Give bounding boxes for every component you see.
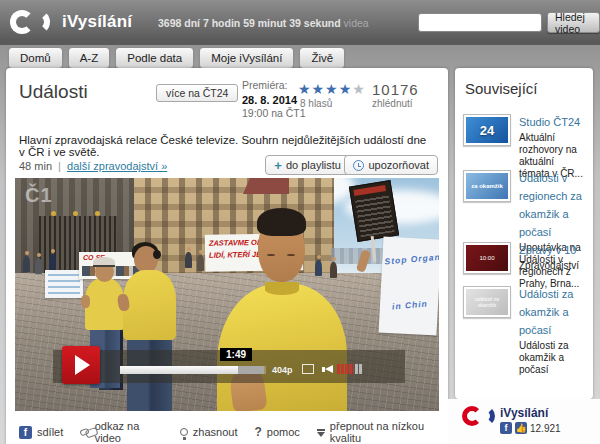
thumbnail-text: 10:00 bbox=[466, 245, 508, 271]
site-logo[interactable]: iVysílání bbox=[62, 12, 132, 32]
thumbnail[interactable]: 10:00 bbox=[463, 242, 511, 274]
video-stats: 3698 dní 7 hodin 59 minut 39 sekund vide… bbox=[158, 17, 369, 29]
background-person bbox=[23, 256, 30, 272]
practitioner-main-collar bbox=[265, 282, 299, 295]
fullscreen-icon[interactable] bbox=[302, 364, 314, 374]
separator: | bbox=[58, 160, 61, 172]
notify-button[interactable]: upozorňovat bbox=[344, 155, 438, 175]
play-button[interactable] bbox=[62, 346, 100, 384]
premiere-date: 28. 8. 2014 bbox=[242, 94, 297, 106]
views-count: 10176 bbox=[372, 81, 419, 98]
lights-off-label: zhasnout bbox=[193, 426, 238, 438]
thumbnail-text: události za okamžik bbox=[466, 289, 508, 315]
main-nav: Domů A-Z Podle data Moje iVysílání Živě bbox=[8, 47, 345, 69]
low-quality-button[interactable]: přepnout na nízkou kvalitu bbox=[317, 420, 448, 444]
related-title[interactable]: Události za okamžik a počasí bbox=[519, 288, 573, 336]
protest-banner-right: Stop Organ in Chin bbox=[379, 237, 439, 336]
more-news-link[interactable]: další zpravodajství » bbox=[67, 160, 167, 172]
help-label: pomoc bbox=[267, 426, 300, 438]
video-link-button[interactable]: odkaz na video bbox=[80, 420, 163, 444]
tab-az[interactable]: A-Z bbox=[68, 47, 111, 69]
progress-fill bbox=[120, 366, 238, 374]
sidebar-title: Související bbox=[465, 80, 538, 97]
video-link-label: odkaz na video bbox=[95, 420, 163, 444]
protest-banner-left bbox=[45, 270, 83, 298]
thumbnail[interactable]: události za okamžik bbox=[463, 286, 511, 318]
related-sidebar: Související 24 Studio ČT24 Aktuální rozh… bbox=[455, 68, 593, 399]
tab-zive[interactable]: Živě bbox=[299, 47, 345, 69]
related-title[interactable]: Zprávy v 10 bbox=[519, 244, 576, 256]
tab-podle-data[interactable]: Podle data bbox=[115, 47, 194, 69]
quality-label[interactable]: 404p bbox=[272, 365, 293, 375]
header: iVysílání 3698 dní 7 hodin 59 minut 39 s… bbox=[0, 0, 600, 45]
likes-count: 12.921 bbox=[530, 423, 561, 434]
practitioner-center-shirt bbox=[123, 270, 176, 340]
progress-buffer bbox=[238, 366, 264, 374]
thumbnail[interactable]: za okamžik bbox=[463, 170, 511, 202]
closed-eye bbox=[287, 254, 295, 256]
main-panel: Události více na ČT24 Premiéra: 28. 8. 2… bbox=[6, 68, 448, 444]
ivysilani-page: iVysílání 3698 dní 7 hodin 59 minut 39 s… bbox=[0, 0, 600, 444]
background-person bbox=[185, 252, 192, 268]
question-icon: ? bbox=[254, 425, 261, 439]
volume-level-bars[interactable] bbox=[337, 364, 354, 374]
progress-bar[interactable] bbox=[120, 366, 266, 374]
ct-logo-right-arc bbox=[475, 406, 495, 426]
thumbs-up-icon: 👍 bbox=[515, 422, 527, 434]
closed-eye bbox=[267, 254, 275, 256]
background-person bbox=[49, 254, 56, 270]
views-label: zhlédnutí bbox=[372, 98, 413, 109]
related-title[interactable]: Události v regionech za okamžik a počasí bbox=[519, 172, 582, 238]
plus-icon: + bbox=[274, 158, 282, 173]
meta-row: 48 min | další zpravodajství » bbox=[19, 160, 167, 172]
more-on-ct24-button[interactable]: více na ČT24 bbox=[156, 84, 238, 102]
channel-watermark: Č1 bbox=[25, 184, 53, 207]
volume-empty-bars[interactable] bbox=[355, 364, 363, 374]
notify-label: upozorňovat bbox=[368, 159, 429, 171]
tab-domu[interactable]: Domů bbox=[8, 47, 63, 69]
stats-text: 3698 dní 7 hodin 59 minut 39 sekund bbox=[158, 17, 341, 29]
playlist-label: do playlistu bbox=[286, 159, 341, 171]
thumbnail-text: za okamžik bbox=[466, 173, 508, 199]
arrow-down-icon bbox=[317, 432, 325, 437]
gate-finial bbox=[95, 211, 100, 216]
facebook-likes[interactable]: f 👍 12.921 bbox=[500, 422, 561, 434]
search-button[interactable]: Hledej video bbox=[547, 12, 600, 33]
banner-text: Stop Organ bbox=[384, 252, 439, 267]
add-to-playlist-button[interactable]: + do playlistu bbox=[265, 155, 350, 175]
red-roof bbox=[243, 178, 289, 194]
background-person bbox=[197, 255, 204, 271]
speaker-icon[interactable] bbox=[325, 365, 333, 373]
rating-stars[interactable]: ★★★★★ bbox=[298, 82, 366, 96]
share-button[interactable]: f sdílet bbox=[19, 426, 63, 439]
lights-off-button[interactable]: zhasnout bbox=[180, 426, 238, 438]
help-button[interactable]: ? pomoc bbox=[254, 425, 299, 439]
ct-footer-logo-icon[interactable] bbox=[462, 406, 498, 430]
star-filled-icons: ★★★★ bbox=[298, 81, 352, 97]
related-title[interactable]: Studio ČT24 bbox=[519, 116, 580, 128]
player-toolbar: f sdílet odkaz na video zhasnout ? pomoc… bbox=[19, 420, 448, 444]
background-person bbox=[35, 258, 42, 274]
practitioner-main-hair bbox=[257, 208, 306, 236]
stats-suffix: videa bbox=[341, 17, 369, 29]
premiere-label: Premiéra: bbox=[242, 79, 288, 91]
video-player[interactable]: CO SE ZASTAVME OBCHOD LIDÍ, KTEŘÍ JEŠTĚ … bbox=[15, 178, 439, 411]
clock-icon bbox=[353, 160, 364, 171]
tab-moje-ivysilani[interactable]: Moje iVysílání bbox=[199, 47, 294, 69]
footer-brand: iVysílání bbox=[500, 406, 548, 420]
practitioner-left-cap bbox=[93, 257, 115, 267]
share-label: sdílet bbox=[37, 426, 63, 438]
practitioner-center-hairbun bbox=[153, 250, 161, 259]
premiere-time: 19:00 na ČT1 bbox=[242, 107, 306, 119]
ct-logo-icon[interactable] bbox=[10, 9, 56, 35]
link-icon bbox=[80, 428, 91, 437]
premiere-info: Premiéra: 28. 8. 2014 19:00 na ČT1 bbox=[242, 79, 306, 121]
ct-logo-right-arc bbox=[26, 10, 50, 34]
star-empty-icon: ★ bbox=[352, 81, 366, 97]
duration: 48 min bbox=[19, 160, 52, 172]
search-input[interactable] bbox=[418, 13, 542, 32]
thumbnail[interactable]: 24 bbox=[463, 114, 511, 146]
related-desc: Události za okamžik a počasí bbox=[519, 340, 587, 376]
banner-text: in Chin bbox=[392, 298, 429, 311]
time-tooltip: 1:49 bbox=[220, 348, 252, 361]
